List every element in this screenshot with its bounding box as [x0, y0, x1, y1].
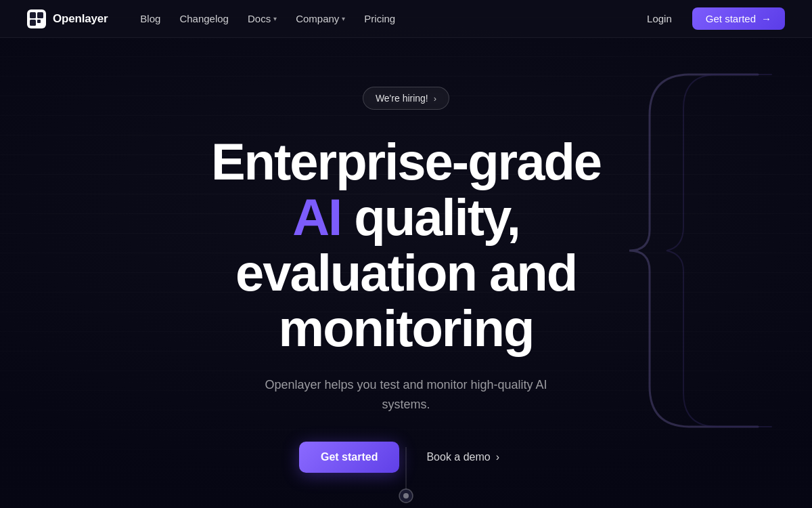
nav-link-changelog[interactable]: Changelog: [171, 9, 237, 28]
company-chevron-icon: ▾: [342, 15, 345, 22]
book-demo-arrow-icon: ›: [496, 451, 499, 463]
hero-book-demo-button[interactable]: Book a demo ›: [413, 442, 513, 473]
logo-icon: [27, 9, 46, 28]
headline-line3: evaluation and: [235, 244, 577, 301]
hiring-badge-text: We're hiring!: [376, 93, 428, 104]
headline-ai: AI: [292, 188, 341, 246]
svg-rect-1: [30, 12, 36, 18]
hero-headline: Enterprise-grade AI quality, evaluation …: [211, 134, 601, 356]
docs-chevron-icon: ▾: [273, 15, 277, 22]
hero-cta: Get started Book a demo ›: [299, 442, 513, 473]
svg-rect-2: [37, 12, 43, 18]
nav-link-company[interactable]: Company ▾: [288, 9, 353, 28]
nav-link-pricing[interactable]: Pricing: [356, 9, 403, 28]
nav-link-blog[interactable]: Blog: [132, 9, 168, 28]
logo-text: Openlayer: [53, 12, 108, 26]
nav-get-started-arrow-icon: →: [761, 13, 771, 24]
nav-link-docs[interactable]: Docs ▾: [240, 9, 285, 28]
headline-line2: quality,: [354, 188, 519, 246]
svg-point-7: [403, 493, 409, 499]
headline-line1: Enterprise-grade: [211, 133, 601, 190]
nav-get-started-button[interactable]: Get started →: [692, 7, 785, 30]
login-button[interactable]: Login: [635, 8, 684, 29]
nav-right: Login Get started →: [635, 7, 785, 30]
book-demo-text: Book a demo: [426, 451, 490, 463]
headline-line4: monitoring: [279, 299, 534, 357]
svg-rect-4: [37, 20, 41, 23]
hero-section: We're hiring! › Enterprise-grade AI qual…: [0, 38, 812, 473]
logo-link[interactable]: Openlayer: [27, 9, 108, 28]
hiring-badge-arrow-icon: ›: [434, 93, 436, 104]
hero-subtext: Openlayer helps you test and monitor hig…: [244, 375, 568, 415]
svg-rect-3: [30, 20, 36, 26]
hero-get-started-button[interactable]: Get started: [299, 442, 399, 473]
nav-left: Openlayer Blog Changelog Docs ▾ Company …: [27, 9, 403, 28]
navbar: Openlayer Blog Changelog Docs ▾ Company …: [0, 0, 812, 38]
hiring-badge[interactable]: We're hiring! ›: [363, 87, 449, 110]
svg-rect-0: [27, 9, 46, 28]
nav-links: Blog Changelog Docs ▾ Company ▾ Pricing: [132, 9, 403, 28]
